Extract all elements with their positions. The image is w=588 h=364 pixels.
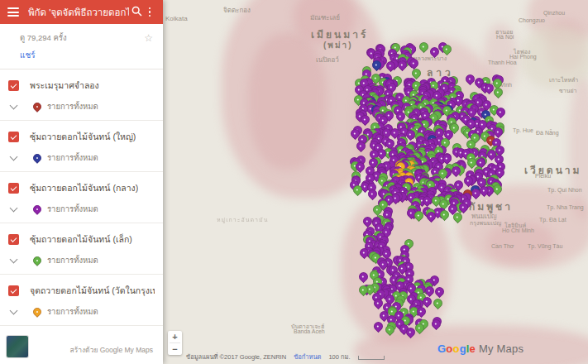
credit-text: สร้างด้วย Google My Maps — [69, 344, 153, 357]
layer-checkbox[interactable] — [8, 234, 19, 245]
map-label: Banda Aceh — [294, 328, 325, 334]
google-my-maps-app: Kolkataจิตตะกองมัณฑะเลย์เมียนมาร์(พม่า)เ… — [0, 0, 588, 364]
layer-list: พระเมรุมาศจำลองรายการทั้งหมดซุ้มถวายดอกไ… — [0, 69, 163, 336]
map-label: ซานย่า — [559, 86, 577, 95]
layer-pin-icon — [31, 305, 43, 317]
map-label: Hai Phong — [509, 54, 537, 60]
layer-checkbox[interactable] — [8, 183, 19, 194]
map-label: เวียดนาม — [524, 162, 582, 178]
map-label: (พม่า) — [323, 39, 352, 51]
basemap-thumbnail[interactable] — [7, 336, 28, 357]
map-label: Thanh Hoa — [488, 60, 517, 65]
google-my-maps-logo: GoogleMy Maps — [437, 342, 523, 355]
layer-all-items[interactable]: รายการทั้งหมด — [47, 305, 98, 318]
terms-link[interactable]: ข้อกำหนด — [294, 352, 321, 362]
layer-all-items[interactable]: รายการทั้งหมด — [47, 100, 98, 113]
sidebar-header: พิกัด 'จุดจัดพิธีถวายดอกไ... — [0, 0, 163, 24]
map-label: Qinzhou — [543, 10, 565, 16]
map-attribution-bar: ข้อมูลแผนที่ ©2017 Google, ZENRIN ข้อกำห… — [186, 352, 385, 362]
map-label: จิตตะกอง — [223, 5, 251, 16]
layer-pin-icon — [31, 203, 43, 214]
map-zoom-control: + − — [168, 331, 182, 355]
scale-text: 100 กม. — [328, 352, 350, 362]
chevron-down-icon[interactable] — [10, 306, 18, 314]
sidebar: พิกัด 'จุดจัดพิธีถวายดอกไ... ดู 79,294 ค… — [0, 0, 163, 364]
scale-bar — [358, 356, 385, 360]
map-label: Tp. Nha Trang — [547, 204, 584, 210]
menu-icon[interactable] — [7, 7, 19, 17]
layer-title[interactable]: ซุ้มถวายดอกไม้จันทน์ (เล็ก) — [30, 232, 132, 247]
map-label: เกาะไหหลำ — [549, 75, 578, 84]
star-icon[interactable]: ☆ — [144, 32, 153, 44]
layer-title[interactable]: จุดถวายดอกไม้จันทน์ (วัดในกรุงเทพฯ) — [30, 284, 155, 298]
map-label: Tp. Qui Nhon — [547, 187, 582, 193]
map-label: เนปิดอว์ — [316, 55, 339, 65]
chevron-down-icon[interactable] — [10, 152, 18, 160]
map-label: Pleiku — [535, 173, 551, 179]
map-label: Hà Nội — [496, 34, 514, 40]
layer-title[interactable]: พระเมรุมาศจำลอง — [30, 79, 99, 93]
map-label: Tp. Hue — [513, 127, 533, 133]
layer-all-items[interactable]: รายการทั้งหมด — [47, 203, 98, 215]
map-label: Hồ Chí Minh — [502, 228, 534, 233]
layer-title[interactable]: ซุ้มถวายดอกไม้จันทน์ (กลาง) — [30, 181, 138, 195]
layer-checkbox[interactable] — [8, 285, 19, 296]
layer-item: ซุ้มถวายดอกไม้จันทน์ (เล็ก)รายการทั้งหมด — [0, 223, 163, 275]
chevron-down-icon[interactable] — [10, 204, 18, 212]
layer-item: จุดถวายดอกไม้จันทน์ (วัดในกรุงเทพฯ)รายกา… — [0, 275, 163, 326]
map-label: หมู่เกาะอันดามัน — [217, 215, 268, 224]
layer-item: ซุ้มถวายดอกไม้จันทน์ (ใหญ่)รายการทั้งหมด — [0, 121, 163, 172]
layer-pin-icon — [31, 151, 43, 163]
map-label: มัณฑะเลย์ — [310, 12, 340, 23]
chevron-down-icon[interactable] — [10, 255, 18, 263]
map-label: Kolkata — [165, 15, 188, 22]
map-data-credit: ข้อมูลแผนที่ ©2017 Google, ZENRIN — [186, 352, 286, 362]
map-label: Tp. Đà Lạt — [539, 217, 566, 223]
search-icon[interactable] — [129, 5, 144, 20]
map-label: Đà Nẵng — [536, 130, 559, 136]
map-label: กรุงพนมเปญ — [470, 218, 501, 228]
sidebar-footer: สร้างด้วย Google My Maps — [0, 336, 163, 364]
terrain-tint — [248, 33, 327, 170]
layer-title[interactable]: ซุ้มถวายดอกไม้จันทน์ (ใหญ่) — [30, 130, 136, 144]
map-label: Tp. Vũng Tàu — [528, 243, 562, 249]
zoom-out-button[interactable]: − — [168, 343, 182, 355]
layer-all-items[interactable]: รายการทั้งหมด — [47, 254, 98, 266]
chevron-down-icon[interactable] — [10, 101, 18, 109]
zoom-in-button[interactable]: + — [168, 331, 182, 342]
view-count: ดู 79,294 ครั้ง — [20, 31, 144, 44]
layer-checkbox[interactable] — [8, 132, 19, 142]
layer-item: พระเมรุมาศจำลองรายการทั้งหมด — [0, 69, 163, 121]
map-label: Cần Thơ — [491, 243, 514, 249]
share-link[interactable]: แชร์ — [20, 49, 36, 61]
layer-item: ซุ้มถวายดอกไม้จันทน์ (กลาง)รายการทั้งหมด — [0, 172, 163, 223]
more-options-icon[interactable] — [144, 7, 155, 17]
layer-checkbox[interactable] — [8, 80, 19, 91]
layer-pin-icon — [31, 254, 43, 266]
map-meta: ดู 79,294 ครั้ง ☆ แชร์ — [0, 24, 163, 69]
google-wordmark: Google — [437, 342, 476, 355]
map-label: Chongzuo — [519, 17, 545, 23]
my-maps-wordmark: My Maps — [479, 342, 523, 355]
layer-pin-icon — [31, 100, 43, 112]
map-title: พิกัด 'จุดจัดพิธีถวายดอกไ... — [28, 5, 129, 20]
layer-all-items[interactable]: รายการทั้งหมด — [47, 151, 98, 164]
